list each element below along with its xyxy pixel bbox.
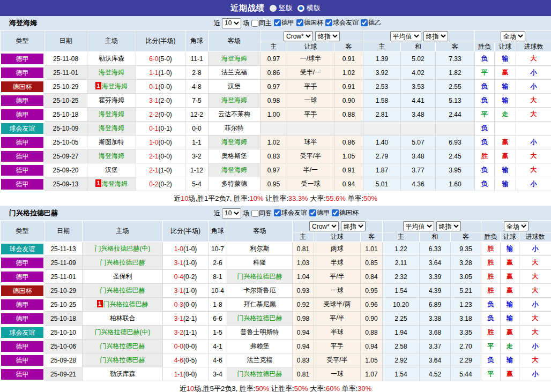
- home-team-name[interactable]: 门兴格拉德巴赫(中): [95, 245, 151, 252]
- home-team-name[interactable]: 海登海姆: [102, 180, 128, 187]
- same-venue-checkbox-wrap[interactable]: 同客: [251, 209, 272, 218]
- avg-odds-away: 3.35: [451, 326, 481, 340]
- halftime-score: (0-2): [183, 273, 197, 281]
- avg-odds-draw: 3.64: [420, 353, 451, 367]
- same-venue-checkbox-wrap[interactable]: 同主: [251, 19, 272, 28]
- table-row: 德甲 25-09-20 汉堡 2-1(1-0) 1-12 海登海姆 0.97 半…: [1, 163, 551, 177]
- odds-home: 0.97: [260, 163, 287, 177]
- odds-away: 0.88: [334, 108, 363, 122]
- away-team-name[interactable]: 拜仁慕尼黑: [244, 300, 276, 308]
- radio-unselected-icon[interactable]: [270, 5, 277, 12]
- league-checkbox-wrap[interactable]: 球会友谊: [274, 208, 307, 217]
- home-team-name[interactable]: 门兴格拉德巴赫: [100, 356, 145, 364]
- away-team-name[interactable]: 法兰克福: [221, 69, 247, 76]
- away-team-name[interactable]: 海登海姆: [221, 138, 247, 146]
- match-count-select[interactable]: 10: [222, 208, 241, 218]
- league-checkbox[interactable]: [274, 19, 281, 26]
- away-team-name[interactable]: 弗赖堡: [250, 342, 270, 350]
- average-time-select[interactable]: 终指: [423, 31, 448, 41]
- away-team-name[interactable]: 科隆: [254, 259, 266, 266]
- home-team-name[interactable]: 海登海姆: [102, 82, 128, 90]
- away-team-name[interactable]: 奥格斯堡: [221, 152, 247, 160]
- home-team-name[interactable]: 门兴格拉德巴赫: [100, 287, 145, 294]
- fulltime-select[interactable]: 全场: [504, 221, 528, 231]
- league-checkbox[interactable]: [332, 209, 339, 216]
- league-badge-label: 德国杯: [1, 285, 43, 296]
- same-venue-checkbox[interactable]: [251, 210, 258, 217]
- league-checkbox[interactable]: [274, 209, 281, 216]
- filter-near-label: 近: [214, 209, 220, 218]
- layout-radio-horizontal[interactable]: 横版: [297, 3, 321, 13]
- home-team-name[interactable]: 勒沃库森: [110, 370, 136, 378]
- away-team-name[interactable]: 利尔斯: [250, 245, 270, 252]
- layout-radio-vertical[interactable]: 竖版: [270, 3, 293, 13]
- odds-time-select[interactable]: 终指: [341, 221, 366, 231]
- red-card-icon: 1: [95, 179, 101, 187]
- away-team-name[interactable]: 海登海姆: [221, 55, 247, 62]
- home-team-name[interactable]: 海登海姆: [99, 124, 124, 132]
- away-team-name[interactable]: 汉堡: [228, 82, 241, 90]
- home-team-name[interactable]: 汉堡: [105, 166, 118, 174]
- same-venue-checkbox[interactable]: [251, 20, 258, 27]
- home-team-name[interactable]: 海登海姆: [99, 152, 124, 160]
- away-team-name[interactable]: 门兴格拉德巴赫: [237, 314, 282, 322]
- fulltime-select[interactable]: 全场: [501, 31, 525, 41]
- odds-company-select[interactable]: Crow*: [284, 31, 313, 41]
- league-checkbox-wrap[interactable]: 德甲: [274, 18, 294, 27]
- result-goals: 大: [519, 270, 551, 284]
- odds-home: 0.81: [293, 242, 314, 256]
- away-team-name[interactable]: 门兴格拉德巴赫: [237, 273, 282, 280]
- home-team-name[interactable]: 门兴格拉德巴赫: [100, 342, 145, 350]
- average-select[interactable]: 平均值: [390, 31, 421, 41]
- home-team-name[interactable]: 柏林联合: [110, 314, 136, 322]
- home-team-name[interactable]: 海登海姆: [99, 69, 124, 76]
- away-team-name[interactable]: 门兴格拉德巴赫: [237, 370, 282, 378]
- home-team-name[interactable]: 门兴格拉德巴赫: [100, 259, 145, 266]
- league-checkbox-wrap[interactable]: 球会友谊: [325, 18, 359, 27]
- league-checkbox[interactable]: [309, 209, 316, 216]
- home-team-cell: 勒沃库森: [83, 367, 163, 381]
- odds-company-select[interactable]: Crow*: [309, 221, 339, 231]
- table-row: 德甲 25-10-05 斯图加特 1-0(0-0) 1-1 海登海姆 1.02 …: [1, 135, 551, 149]
- league-checkbox[interactable]: [296, 19, 303, 26]
- league-checkbox[interactable]: [325, 19, 332, 26]
- match-count-select[interactable]: 10: [222, 18, 241, 28]
- league-checkbox-wrap[interactable]: 德国杯: [332, 208, 359, 217]
- away-team-cell: 海登海姆: [209, 135, 260, 149]
- away-team-name[interactable]: 菲尔特: [225, 124, 244, 132]
- league-checkbox-wrap[interactable]: 德乙: [361, 18, 381, 27]
- league-checkbox-wrap[interactable]: 德甲: [309, 208, 330, 217]
- odds-away: 0.90: [334, 94, 363, 108]
- home-team-name[interactable]: 斯图加特: [99, 138, 124, 146]
- home-team-name[interactable]: 海登海姆: [99, 110, 124, 118]
- home-team-name[interactable]: 门兴格拉德巴赫: [103, 300, 148, 308]
- average-time-select[interactable]: 终指: [436, 221, 461, 231]
- table-row: 德甲 25-11-01 海登海姆 1-1(1-0) 2-8 法兰克福 0.86 …: [1, 66, 551, 80]
- summary-line-gladbach: 近10场,胜5平2负3, 胜率:50% 让胜率:50% 大率:60% 单率:30…: [0, 381, 551, 392]
- home-team-name[interactable]: 勒沃库森: [99, 55, 124, 62]
- home-team-cell: 门兴格拉德巴赫: [83, 353, 163, 367]
- league-checkbox-wrap[interactable]: 德国杯: [296, 18, 323, 27]
- away-team-name[interactable]: 海登海姆: [221, 96, 247, 104]
- average-select[interactable]: 平均值: [403, 221, 434, 231]
- result-goals: 大: [516, 108, 551, 122]
- home-team-name[interactable]: 圣保利: [113, 273, 132, 280]
- away-team-name[interactable]: 云达不莱梅: [218, 110, 250, 118]
- away-team-cell: 海登海姆: [209, 94, 260, 108]
- league-checkbox[interactable]: [361, 19, 368, 26]
- away-team-name[interactable]: 普鲁士明斯特: [241, 328, 279, 336]
- result-goals: 大: [519, 284, 551, 298]
- home-team-name[interactable]: 门兴格拉德巴赫(中): [95, 328, 151, 336]
- summary-segment: 场,胜5平2负3, 胜率:: [194, 385, 255, 392]
- corner-score: 0-0: [185, 122, 209, 135]
- result-winloss: 负: [475, 80, 495, 94]
- away-team-name[interactable]: 卡尔斯鲁厄: [244, 287, 276, 294]
- odds-time-select[interactable]: 终指: [315, 31, 340, 41]
- away-team-name[interactable]: 法兰克福: [247, 356, 273, 364]
- odds-handicap: 球半: [287, 135, 334, 149]
- away-team-name[interactable]: 多特蒙德: [221, 180, 247, 187]
- home-team-name[interactable]: 霍芬海姆: [99, 96, 124, 104]
- result-winloss: 平: [481, 367, 501, 381]
- away-team-name[interactable]: 海登海姆: [221, 166, 247, 174]
- radio-selected-icon[interactable]: [297, 5, 304, 12]
